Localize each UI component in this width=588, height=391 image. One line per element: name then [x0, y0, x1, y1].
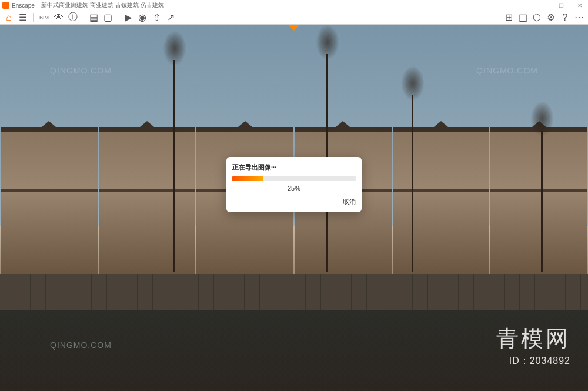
export-progress-dialog: 正在导出图像··· 25% 取消: [226, 157, 362, 212]
building: [490, 127, 587, 273]
watermark-id: ID：2034892: [496, 355, 570, 367]
share-icon[interactable]: ↗: [164, 12, 177, 24]
minimize-button[interactable]: —: [536, 2, 548, 9]
view-icon[interactable]: ◫: [516, 12, 529, 24]
watermark-brand: 青模网 ID：2034892: [496, 324, 570, 367]
scene-tree: [173, 60, 175, 272]
watermark-brand-cn: 青模网: [496, 324, 570, 354]
toolbar-divider: [33, 13, 34, 22]
close-button[interactable]: ✕: [574, 2, 586, 9]
toolbar-divider: [83, 13, 83, 22]
titlebar: Enscape - 新中式商业街建筑 商业建筑 古镇建筑 仿古建筑 — ☐ ✕: [0, 0, 588, 11]
more-icon[interactable]: ⋯: [573, 12, 586, 24]
progress-fill: [232, 176, 263, 181]
dialog-title: 正在导出图像···: [232, 163, 356, 172]
bim-label: BIM: [37, 15, 51, 21]
binoculars-icon[interactable]: 👁: [52, 12, 65, 24]
cancel-button[interactable]: 取消: [232, 198, 356, 206]
toolbar-right: ⊞ ◫ ⬡ ⚙ ? ⋯: [502, 12, 586, 24]
toolbar: ⌂ ☰ BIM 👁 ⓘ ▤ ▢ ▶ ◉ ⇪ ↗ ⊞ ◫ ⬡ ⚙ ? ⋯: [0, 11, 588, 25]
panorama-icon[interactable]: ◉: [136, 12, 149, 24]
layers-icon[interactable]: ▤: [87, 12, 100, 24]
help-icon[interactable]: ?: [559, 12, 572, 24]
document-title: 新中式商业街建筑 商业建筑 古镇建筑 仿古建筑: [41, 1, 163, 9]
maximize-button[interactable]: ☐: [555, 2, 567, 9]
app-name: Enscape: [12, 2, 35, 9]
building: [393, 127, 490, 273]
scene-tree: [412, 95, 413, 272]
toolbar-left: ⌂ ☰ BIM 👁 ⓘ ▤ ▢ ▶ ◉ ⇪ ↗: [2, 12, 177, 24]
watermark-url: QINGMO.COM: [50, 66, 112, 75]
settings-icon[interactable]: ⚙: [544, 12, 557, 24]
title-separator: -: [37, 2, 39, 9]
progress-bar: [232, 176, 356, 181]
watermark-url: QINGMO.COM: [50, 340, 112, 350]
building: [1, 127, 98, 273]
app-icon: [2, 2, 9, 9]
compass-indicator-icon: [288, 25, 300, 31]
titlebar-left: Enscape - 新中式商业街建筑 商业建筑 古镇建筑 仿古建筑: [2, 1, 164, 9]
window-controls: — ☐ ✕: [536, 2, 586, 9]
toolbar-divider: [118, 13, 118, 22]
info-icon[interactable]: ⓘ: [66, 12, 79, 24]
cube-icon[interactable]: ⬡: [530, 12, 543, 24]
building: [99, 127, 196, 273]
scene-ground: [0, 274, 588, 310]
watermark-url: QINGMO.COM: [476, 66, 538, 75]
box-icon[interactable]: ▢: [101, 12, 114, 24]
scene-tree: [541, 131, 543, 272]
menu-icon[interactable]: ☰: [16, 12, 29, 24]
video-icon[interactable]: ▶: [122, 12, 135, 24]
export-icon[interactable]: ⇪: [150, 12, 163, 24]
render-viewport[interactable]: QINGMO.COM QINGMO.COM QINGMO.COM 青模网 ID：…: [0, 25, 588, 391]
map-icon[interactable]: ⊞: [502, 12, 515, 24]
home-icon[interactable]: ⌂: [2, 12, 15, 24]
progress-percent-label: 25%: [232, 185, 356, 192]
